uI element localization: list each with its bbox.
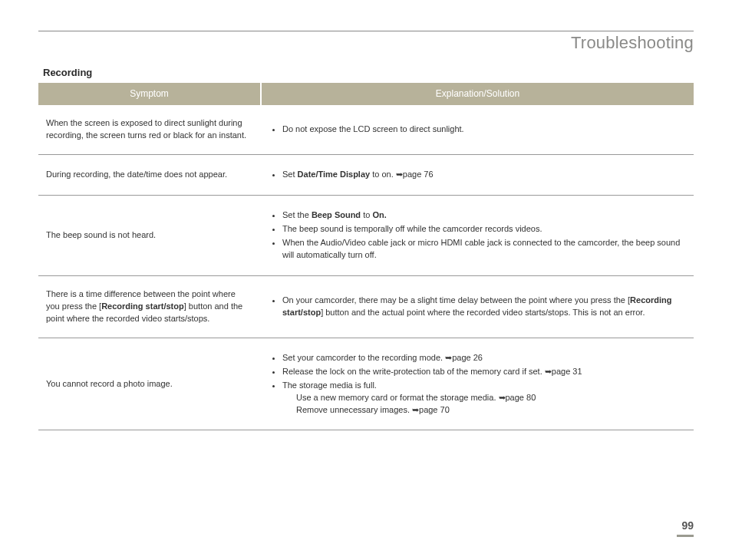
solution-subitem: Use a new memory card or format the stor… [296,392,686,404]
col-header-solution: Explanation/Solution [261,83,694,105]
page: Troubleshooting Recording Symptom Explan… [0,0,732,560]
symptom-cell: You cannot record a photo image. [38,338,261,430]
page-ref-arrow-icon: ➥ [396,170,403,179]
symptom-cell: The beep sound is not heard. [38,196,261,276]
text: Set your camcorder to the recording mode… [282,353,445,362]
text: The storage media is full. [282,380,377,390]
bold-text: Recording start/stop [101,301,184,311]
bold-text: On. [372,210,386,219]
text: Remove unnecessary images. [296,405,412,414]
text: ] button and the actual point where the … [321,308,645,317]
table-row: You cannot record a photo image. Set you… [38,338,694,430]
page-ref: page 76 [403,170,434,179]
solution-cell: Set your camcorder to the recording mode… [261,338,694,430]
table-row: During recording, the date/time does not… [38,155,694,196]
table-row: There is a time difference between the p… [38,275,694,338]
solution-cell: On your camcorder, there may be a slight… [261,275,694,338]
symptom-cell: There is a time difference between the p… [38,275,261,338]
symptom-cell: When the screen is exposed to direct sun… [38,105,261,154]
text: On your camcorder, there may be a slight… [282,295,630,305]
solution-item: Do not expose the LCD screen to direct s… [282,124,686,136]
solution-cell: Set the Beep Sound to On. The beep sound… [261,196,694,276]
table-header-row: Symptom Explanation/Solution [38,83,694,105]
solution-item: Set Date/Time Display to on. ➥page 76 [282,169,686,181]
solution-item: The storage media is full. Use a new mem… [282,380,686,417]
bold-text: Date/Time Display [298,170,371,179]
symptom-cell: During recording, the date/time does not… [38,155,261,196]
text: Use a new memory card or format the stor… [296,393,499,402]
solution-subitem: Remove unnecessary images. ➥page 70 [296,404,686,417]
footer: 99 [677,519,694,537]
page-ref: page 26 [452,353,483,362]
solution-item: On your camcorder, there may be a slight… [282,295,686,319]
table-row: The beep sound is not heard. Set the Bee… [38,196,694,276]
solution-item: When the Audio/Video cable jack or micro… [282,237,686,262]
bold-text: Beep Sound [312,210,361,219]
page-ref-arrow-icon: ➥ [499,393,506,402]
header-rule [38,31,694,31]
text: Set [282,170,298,179]
text: Release the lock on the write-protection… [282,367,545,376]
solution-item: The beep sound is temporally off while t… [282,223,686,236]
page-ref: page 70 [419,405,450,414]
solution-cell: Set Date/Time Display to on. ➥page 76 [261,155,694,196]
page-ref-arrow-icon: ➥ [445,353,452,362]
footer-bar [677,535,694,537]
troubleshooting-table: Symptom Explanation/Solution When the sc… [38,83,694,430]
solution-cell: Do not expose the LCD screen to direct s… [261,105,694,154]
page-title: Troubleshooting [38,33,694,53]
solution-item: Set the Beep Sound to On. [282,209,686,222]
text: to on. [370,170,396,179]
page-number: 99 [677,519,694,532]
text: Set the [282,210,312,219]
page-ref: page 31 [552,367,582,376]
page-ref: page 80 [506,393,536,402]
text: to [361,210,372,219]
table-row: When the screen is exposed to direct sun… [38,105,694,154]
page-ref-arrow-icon: ➥ [412,405,419,414]
section-heading-recording: Recording [43,67,694,78]
solution-item: Set your camcorder to the recording mode… [282,352,686,364]
page-ref-arrow-icon: ➥ [545,367,552,376]
solution-item: Release the lock on the write-protection… [282,366,686,378]
col-header-symptom: Symptom [38,83,261,105]
